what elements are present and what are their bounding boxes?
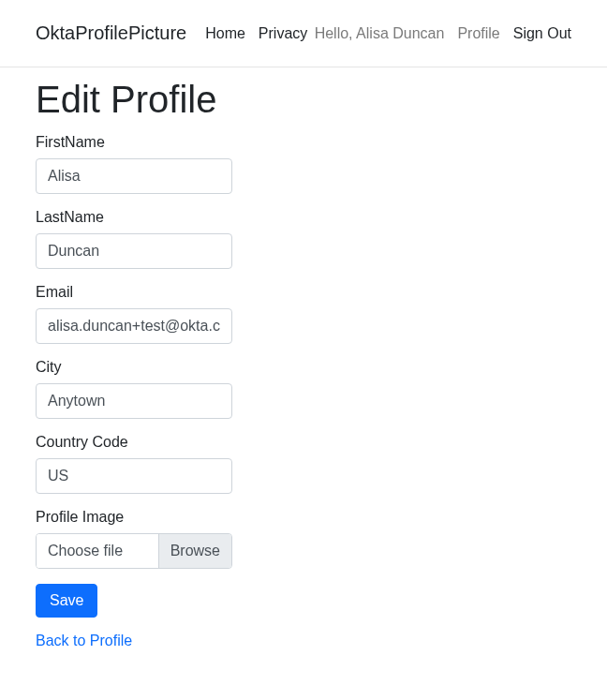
nav-link-home[interactable]: Home — [205, 25, 245, 42]
signout-link[interactable]: Sign Out — [513, 25, 571, 42]
input-firstname[interactable] — [36, 158, 232, 194]
form-group-email: Email — [36, 284, 571, 344]
input-countrycode[interactable] — [36, 458, 232, 494]
form-group-lastname: LastName — [36, 209, 571, 269]
back-to-profile-link[interactable]: Back to Profile — [36, 633, 571, 649]
navbar: OktaProfilePicture Home Privacy Hello, A… — [0, 0, 607, 67]
navbar-left: OktaProfilePicture Home Privacy — [36, 22, 307, 44]
input-lastname[interactable] — [36, 233, 232, 269]
input-city[interactable] — [36, 383, 232, 419]
nav-links: Home Privacy — [205, 25, 307, 42]
form-group-firstname: FirstName — [36, 134, 571, 194]
form-group-profileimage: Profile Image Choose file Browse — [36, 509, 571, 569]
file-input[interactable]: Choose file Browse — [36, 533, 232, 569]
form-group-countrycode: Country Code — [36, 434, 571, 494]
label-profileimage: Profile Image — [36, 509, 571, 526]
input-email[interactable] — [36, 308, 232, 344]
brand-link[interactable]: OktaProfilePicture — [36, 22, 186, 44]
profile-link[interactable]: Profile — [457, 25, 499, 42]
nav-link-privacy[interactable]: Privacy — [259, 25, 307, 42]
label-firstname: FirstName — [36, 134, 571, 151]
label-email: Email — [36, 284, 571, 301]
user-greeting: Hello, Alisa Duncan — [315, 25, 445, 42]
label-countrycode: Country Code — [36, 434, 571, 451]
file-input-browse: Browse — [158, 534, 231, 568]
save-button[interactable]: Save — [36, 584, 97, 618]
main-container: Edit Profile FirstName LastName Email Ci… — [0, 67, 607, 678]
form-group-city: City — [36, 359, 571, 419]
navbar-right: Hello, Alisa Duncan Profile Sign Out — [315, 25, 571, 42]
page-title: Edit Profile — [36, 79, 571, 121]
file-input-placeholder: Choose file — [37, 534, 158, 568]
label-lastname: LastName — [36, 209, 571, 226]
label-city: City — [36, 359, 571, 376]
